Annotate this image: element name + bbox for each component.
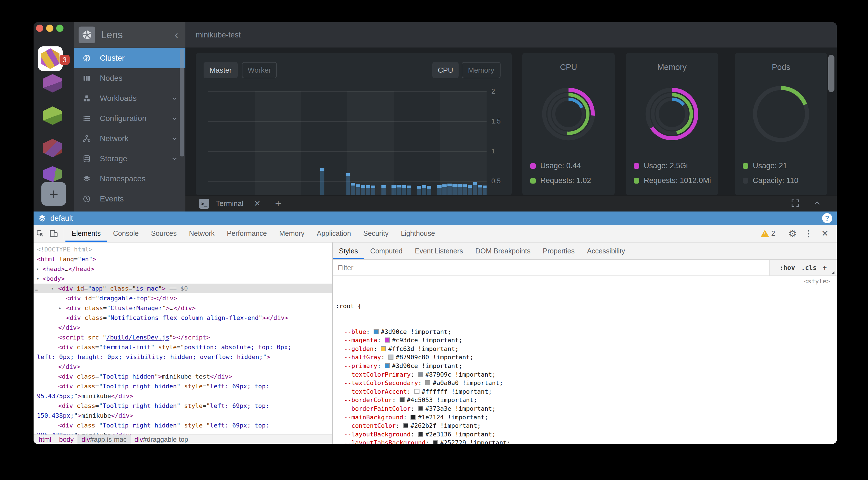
pseudo-button-hov[interactable]: :hov (780, 264, 795, 271)
sidebar-item-network[interactable]: Network (74, 129, 185, 149)
cluster-icon[interactable] (42, 166, 63, 182)
styles-tab-dom-breakpoints[interactable]: DOM Breakpoints (469, 242, 537, 259)
device-toolbar-icon[interactable] (47, 225, 60, 242)
new-terminal-button[interactable]: + (275, 198, 281, 210)
tab-console[interactable]: Console (107, 225, 145, 242)
css-declaration[interactable]: --blue: #3d90ce !important; (333, 328, 837, 336)
color-swatch[interactable] (414, 389, 420, 394)
css-declaration[interactable]: --textColorSecondary: #a0a0a0 !important… (333, 379, 837, 387)
cluster-icon[interactable] (42, 106, 63, 125)
help-button[interactable]: ? (822, 213, 832, 223)
sidebar-item-configuration[interactable]: Configuration (74, 108, 185, 129)
dom-tree-node[interactable]: <div id="draggable-top"></div> (34, 294, 332, 303)
terminal-tab[interactable]: Terminal (216, 199, 243, 208)
dom-tree-node[interactable]: 150.438px;">minikube</div> (34, 411, 332, 420)
cluster-icon[interactable] (42, 139, 63, 157)
breadcrumb-item[interactable]: html (35, 435, 55, 444)
tab-security[interactable]: Security (357, 225, 395, 242)
dom-tree-node[interactable]: ▸<div class="ClusterManager">…</div> (34, 303, 332, 313)
close-window-button[interactable] (36, 25, 43, 32)
sidebar-item-storage[interactable]: Storage (74, 149, 185, 169)
tab-sources[interactable]: Sources (145, 225, 183, 242)
css-declaration[interactable]: --textColorPrimary: #87909c !important; (333, 371, 837, 379)
sidebar-collapse-button[interactable]: ‹ (175, 22, 178, 47)
css-declaration[interactable]: --contentColor: #262b2f !important; (333, 422, 837, 430)
color-swatch[interactable] (418, 372, 423, 377)
color-swatch[interactable] (425, 380, 430, 385)
node-worker-button[interactable]: Worker (242, 62, 277, 78)
tab-elements[interactable]: Elements (65, 225, 107, 242)
styles-filter-input[interactable] (333, 260, 769, 275)
dom-tree-node[interactable]: <html lang="en"> (34, 254, 332, 264)
sidebar-item-nodes[interactable]: Nodes (74, 68, 185, 88)
add-cluster-button[interactable]: + (41, 182, 66, 206)
tab-application[interactable]: Application (311, 225, 357, 242)
dom-tree-node[interactable]: ▸<head>…</head> (34, 264, 332, 274)
css-declaration[interactable]: --layoutBackground: #2e3136 !important; (333, 430, 837, 439)
expand-arrow-closed-icon[interactable]: ▸ (36, 264, 39, 274)
node-master-button[interactable]: Master (204, 62, 238, 78)
dom-tree-node[interactable]: left: 0px; height: 0px; visibility: hidd… (34, 352, 332, 362)
dom-tree-node[interactable]: <div class="Tooltip right hidden" style=… (34, 420, 332, 430)
color-swatch[interactable] (418, 432, 423, 437)
dom-tree-node[interactable]: </div> (34, 362, 332, 372)
color-swatch[interactable] (410, 415, 415, 420)
dom-tree-node[interactable]: <div class="Tooltip right hidden" style=… (34, 381, 332, 391)
terminal-close-icon[interactable]: ✕ (254, 199, 260, 208)
metric-cpu-button[interactable]: CPU (432, 62, 459, 78)
css-declaration[interactable]: --textColorAccent: #ffffff !important; (333, 387, 837, 396)
cluster-icon-active[interactable] (38, 46, 63, 71)
css-declaration[interactable]: --borderColor: #4c5053 !important; (333, 396, 837, 405)
dom-tree-node[interactable]: <div class="Notifications flex column al… (34, 313, 332, 323)
css-declaration[interactable]: --mainBackground: #1e2124 !important; (333, 413, 837, 422)
tab-network[interactable]: Network (183, 225, 221, 242)
breadcrumb-item[interactable]: body (55, 435, 78, 444)
breadcrumb-item[interactable]: div#draggable-top (131, 435, 192, 444)
pseudo-button-cls[interactable]: .cls (801, 264, 816, 271)
css-declaration[interactable]: --borderFaintColor: #373a3e !important; (333, 405, 837, 413)
dom-tree-node[interactable]: </div> (34, 323, 332, 333)
styles-tab-event-listeners[interactable]: Event Listeners (408, 242, 469, 259)
dom-tree-node[interactable]: <div class="Tooltip hidden">minikube-tes… (34, 372, 332, 381)
tab-memory[interactable]: Memory (273, 225, 310, 242)
chevron-up-icon[interactable] (813, 199, 822, 209)
dom-tree-node[interactable]: ▾<body> (34, 274, 332, 283)
dom-tree-node[interactable]: <script src="/build/LensDev.js"></script… (34, 333, 332, 342)
dom-tree-node[interactable]: 205.438px;">minikube</div> (34, 430, 332, 435)
content-scrollbar[interactable] (828, 55, 834, 92)
expand-arrow-closed-icon[interactable]: ▸ (59, 303, 62, 313)
expand-arrow-open-icon[interactable]: ▾ (36, 274, 39, 283)
color-swatch[interactable] (400, 397, 405, 402)
metric-memory-button[interactable]: Memory (462, 62, 501, 78)
tab-lighthouse[interactable]: Lighthouse (395, 225, 441, 242)
kebab-menu-icon[interactable]: ⋮ (802, 229, 815, 238)
styles-tab-accessibility[interactable]: Accessibility (581, 242, 631, 259)
color-swatch[interactable] (385, 363, 390, 368)
cluster-icon[interactable] (42, 74, 63, 93)
dom-tree-node[interactable]: <!DOCTYPE html> (34, 244, 332, 254)
console-warnings-indicator[interactable]: ! 2 (761, 229, 775, 238)
inspect-element-icon[interactable] (34, 225, 47, 242)
css-declaration[interactable]: --golden: #ffc63d !important; (333, 345, 837, 353)
sidebar-item-events[interactable]: Events (74, 189, 185, 209)
dom-tree-node[interactable]: …▾<div id="app" class="is-mac"> == $0 (34, 283, 332, 294)
dom-tree-node[interactable]: <div class="terminal-init" style="positi… (34, 342, 332, 352)
css-declaration[interactable]: --layoutTabsBackground: #252729 !importa… (333, 439, 837, 444)
minimize-window-button[interactable] (46, 25, 54, 32)
css-declaration[interactable]: --primary: #3d90ce !important; (333, 362, 837, 371)
styles-tab-computed[interactable]: Computed (364, 242, 408, 259)
css-declaration[interactable]: --magenta: #c93dce !important; (333, 336, 837, 345)
fullscreen-icon[interactable] (791, 199, 800, 209)
expand-arrow-open-icon[interactable]: ▾ (51, 283, 54, 294)
sidebar-item-namespaces[interactable]: Namespaces (74, 169, 185, 189)
sidebar-item-workloads[interactable]: Workloads (74, 88, 185, 108)
zoom-window-button[interactable] (56, 25, 63, 32)
color-swatch[interactable] (418, 406, 423, 411)
color-swatch[interactable] (433, 440, 438, 444)
gear-icon[interactable]: ⚙ (786, 228, 799, 239)
sidebar-item-cluster[interactable]: Cluster (74, 48, 185, 68)
namespace-label[interactable]: default (50, 214, 73, 223)
color-swatch[interactable] (403, 423, 408, 428)
styles-tab-styles[interactable]: Styles (333, 242, 364, 259)
close-icon[interactable]: ✕ (818, 229, 832, 238)
